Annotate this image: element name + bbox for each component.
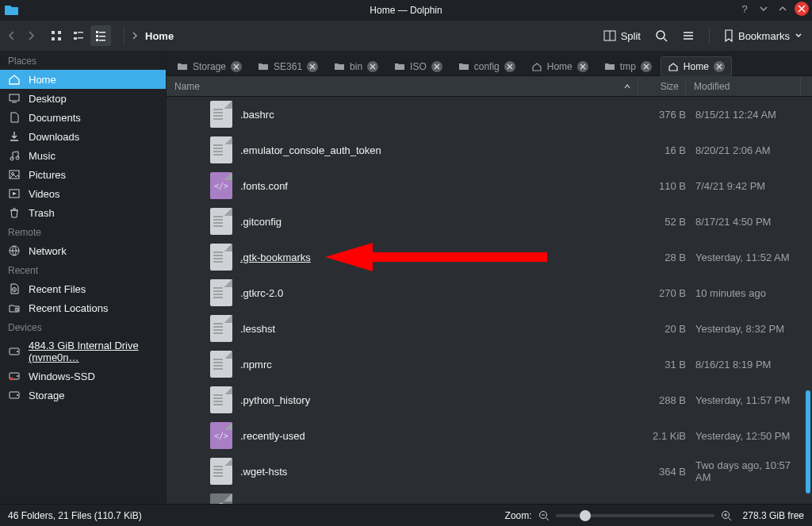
tab-home[interactable]: Home — [661, 56, 732, 76]
sidebar-item-label: Pictures — [29, 169, 66, 181]
sidebar-item-videos[interactable]: Videos — [0, 184, 166, 203]
sidebar-item-trash[interactable]: Trash — [0, 203, 166, 222]
split-button[interactable]: Split — [600, 27, 644, 45]
tab-close-icon[interactable] — [231, 61, 242, 72]
app-window: Home — Dolphin ? — [0, 0, 812, 526]
forward-button[interactable] — [25, 30, 36, 41]
app-icon — [5, 3, 19, 16]
scrollbar[interactable] — [804, 97, 810, 504]
back-button[interactable] — [6, 30, 17, 41]
sidebar-item-home[interactable]: Home — [0, 70, 166, 89]
help-button[interactable]: ? — [737, 2, 752, 16]
close-button[interactable] — [795, 2, 809, 16]
sidebar-item-label: Videos — [29, 188, 60, 200]
sidebar-item-storage[interactable]: Storage — [0, 386, 166, 405]
sidebar-item-pictures[interactable]: Pictures — [0, 165, 166, 184]
table-row[interactable]: .fonts.conf110 B7/4/21 9:42 PM — [167, 168, 812, 204]
sidebar-item-desktop[interactable]: Desktop — [0, 89, 166, 108]
drive-icon — [8, 345, 21, 358]
icons-view-button[interactable] — [46, 25, 67, 46]
table-row[interactable]: .python_history288 BYesterday, 11:57 PM — [167, 382, 812, 418]
file-size: 16 B — [638, 144, 686, 156]
tab-storage[interactable]: Storage — [170, 56, 249, 76]
toolbar-separator — [124, 27, 124, 44]
music-icon — [8, 149, 21, 162]
sidebar-item-label: Home — [29, 74, 56, 86]
table-row[interactable]: .gtk-bookmarks28 BYesterday, 11:52 AM — [167, 240, 812, 275]
sidebar-item-label: Storage — [29, 390, 65, 401]
tree-gutter — [167, 432, 210, 440]
sidebar-item-484-3-gib-internal-drive-nvme0n[interactable]: 484.3 GiB Internal Drive (nvme0n… — [0, 336, 166, 367]
file-icon — [210, 208, 232, 235]
free-space: 278.3 GiB free — [743, 510, 804, 521]
compact-view-button[interactable] — [68, 25, 89, 46]
file-modified: 10 minutes ago — [686, 287, 801, 299]
table-row[interactable]: .Xauthority51 B10 minutes ago — [167, 490, 812, 504]
table-row[interactable]: .emulator_console_auth_token16 B8/20/21 … — [167, 132, 812, 168]
table-row[interactable]: .lesshst20 BYesterday, 8:32 PM — [167, 311, 812, 347]
sidebar-item-music[interactable]: Music — [0, 146, 166, 165]
file-icon — [210, 458, 232, 485]
maximize-button[interactable] — [776, 2, 790, 16]
table-row[interactable]: .gtkrc-2.0270 B10 minutes ago — [167, 275, 812, 311]
zoom-slider-thumb[interactable] — [580, 510, 591, 521]
breadcrumb-home[interactable]: Home — [145, 30, 174, 42]
view-mode-buttons — [46, 25, 111, 46]
tab-close-icon[interactable] — [307, 61, 318, 72]
table-row[interactable]: .recently-used2.1 KiBYesterday, 12:50 PM — [167, 418, 812, 454]
column-size[interactable]: Size — [638, 76, 686, 96]
file-list[interactable]: .bashrc376 B8/15/21 12:24 AM.emulator_co… — [167, 97, 812, 504]
tree-gutter — [167, 146, 210, 154]
tab-tmp[interactable]: tmp — [597, 56, 659, 76]
file-name: .fonts.conf — [240, 180, 638, 192]
menu-button[interactable] — [679, 27, 698, 44]
zoom-label: Zoom: — [505, 510, 532, 521]
tab-config[interactable]: config — [451, 56, 523, 76]
tab-iso[interactable]: ISO — [387, 56, 450, 76]
tab-label: Storage — [193, 61, 226, 72]
file-modified: Two days ago, 10:57 AM — [686, 459, 801, 483]
tab-home[interactable]: Home — [524, 56, 596, 76]
table-row[interactable]: .npmrc31 B8/16/21 8:19 PM — [167, 347, 812, 382]
file-size: 31 B — [638, 359, 686, 371]
column-modified[interactable]: Modified — [686, 76, 801, 96]
tab-close-icon[interactable] — [641, 61, 652, 72]
column-name[interactable]: Name — [167, 76, 638, 96]
file-modified: 8/16/21 8:19 PM — [686, 359, 801, 371]
sidebar-item-downloads[interactable]: Downloads — [0, 127, 166, 146]
minimize-button[interactable] — [756, 2, 771, 16]
file-modified: 8/20/21 2:06 AM — [686, 144, 801, 156]
tree-gutter — [167, 182, 210, 190]
zoom-slider[interactable] — [556, 514, 714, 517]
tab-close-icon[interactable] — [577, 61, 588, 72]
svg-rect-5 — [78, 32, 83, 33]
sidebar-item-network[interactable]: Network — [0, 241, 166, 260]
zoom-in-icon[interactable] — [721, 510, 732, 521]
toolbar-right: Split Bookmarks — [600, 26, 806, 45]
tab-close-icon[interactable] — [504, 61, 515, 72]
sidebar-item-recent-locations[interactable]: Recent Locations — [0, 298, 166, 317]
table-row[interactable]: .wget-hsts364 BTwo days ago, 10:57 AM — [167, 454, 812, 490]
file-size: 28 B — [638, 251, 686, 263]
sidebar-item-label: Recent Locations — [29, 302, 108, 314]
sidebar-item-windows-ssd[interactable]: Windows-SSD — [0, 367, 166, 386]
tab-close-icon[interactable] — [431, 61, 442, 72]
bookmarks-button[interactable]: Bookmarks — [721, 26, 806, 45]
breadcrumb[interactable]: Home — [131, 30, 597, 42]
tab-bin[interactable]: bin — [327, 56, 385, 76]
sidebar-item-recent-files[interactable]: Recent Files — [0, 279, 166, 298]
tree-gutter — [167, 396, 210, 404]
table-row[interactable]: .bashrc376 B8/15/21 12:24 AM — [167, 97, 812, 132]
scrollbar-thumb[interactable] — [806, 390, 810, 493]
zoom-out-icon[interactable] — [538, 510, 550, 521]
search-button[interactable] — [652, 26, 671, 45]
tab-se361[interactable]: SE361 — [251, 56, 325, 76]
table-row[interactable]: .gitconfig52 B8/17/21 4:50 PM — [167, 204, 812, 240]
sidebar-item-documents[interactable]: Documents — [0, 108, 166, 127]
file-size: 51 B — [638, 501, 686, 505]
details-view-button[interactable] — [90, 25, 111, 46]
file-icon — [210, 136, 232, 163]
drive-storage-icon — [8, 389, 21, 401]
tab-close-icon[interactable] — [367, 61, 378, 72]
tab-close-icon[interactable] — [714, 61, 725, 72]
